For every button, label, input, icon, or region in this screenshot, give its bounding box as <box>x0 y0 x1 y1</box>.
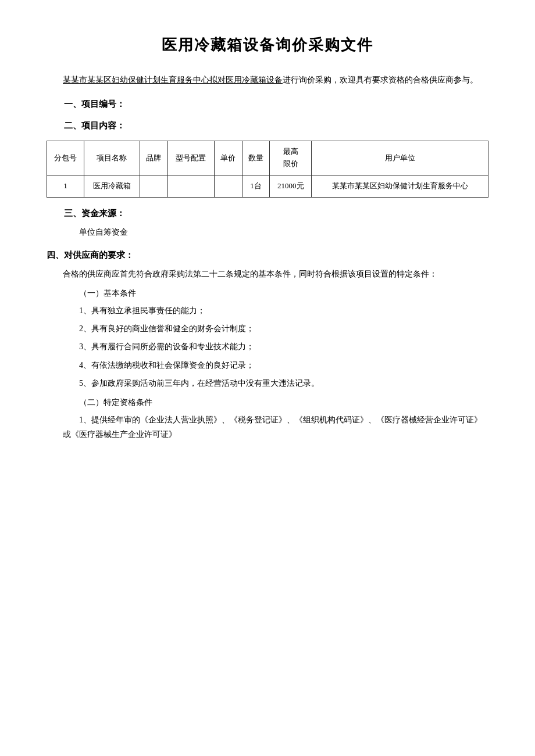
col-model: 型号配置 <box>167 141 214 175</box>
section-two-title: 二、项目内容： <box>64 120 488 131</box>
cell-quantity: 1台 <box>242 175 270 197</box>
basic-item-4: 4、有依法缴纳税收和社会保障资金的良好记录； <box>79 358 488 372</box>
intro-underlined: 某某市某某区妇幼保健计划生育服务中心拟对医用冷藏箱设备 <box>63 76 283 84</box>
table-header-row: 分包号 项目名称 品牌 型号配置 单价 数量 最高限价 用户单位 <box>47 141 488 175</box>
basic-condition-title: （一）基本条件 <box>79 288 488 299</box>
project-table: 分包号 项目名称 品牌 型号配置 单价 数量 最高限价 用户单位 1 医用冷藏箱… <box>47 141 488 197</box>
basic-item-5: 5、参加政府采购活动前三年内，在经营活动中没有重大违法记录。 <box>79 376 488 390</box>
cell-model <box>167 175 214 197</box>
cell-package-no: 1 <box>47 175 84 197</box>
cell-user-unit: 某某市某某区妇幼保健计划生育服务中心 <box>312 175 488 197</box>
cell-project-name: 医用冷藏箱 <box>84 175 140 197</box>
section-one-title: 一、项目编号： <box>64 99 488 110</box>
col-user-unit: 用户单位 <box>312 141 488 175</box>
col-quantity: 数量 <box>242 141 270 175</box>
col-package-no: 分包号 <box>47 141 84 175</box>
basic-item-2: 2、具有良好的商业信誉和健全的财务会计制度； <box>79 321 488 336</box>
col-max-price: 最高限价 <box>270 141 312 175</box>
col-unit-price: 单价 <box>214 141 242 175</box>
page-title: 医用冷藏箱设备询价采购文件 <box>47 35 488 55</box>
table-row: 1 医用冷藏箱 1台 21000元 某某市某某区妇幼保健计划生育服务中心 <box>47 175 488 197</box>
intro-paragraph: 某某市某某区妇幼保健计划生育服务中心拟对医用冷藏箱设备进行询价采购，欢迎具有要求… <box>47 73 488 87</box>
supplier-req-intro: 合格的供应商应首先符合政府采购法第二十二条规定的基本条件，同时符合根据该项目设置… <box>47 267 488 281</box>
basic-item-3: 3、具有履行合同所必需的设备和专业技术能力； <box>79 339 488 354</box>
cell-unit-price <box>214 175 242 197</box>
cell-max-price: 21000元 <box>270 175 312 197</box>
cell-brand <box>140 175 167 197</box>
col-project-name: 项目名称 <box>84 141 140 175</box>
section-four-title: 四、对供应商的要求： <box>47 250 488 261</box>
special-item-1: 1、提供经年审的《企业法人营业执照》、《税务登记证》、《组织机构代码证》、《医疗… <box>63 413 488 442</box>
col-brand: 品牌 <box>140 141 167 175</box>
section-three-title: 三、资金来源： <box>64 208 488 219</box>
fund-source-text: 单位自筹资金 <box>79 225 488 239</box>
special-condition-title: （二）特定资格条件 <box>79 397 488 408</box>
basic-item-1: 1、具有独立承担民事责任的能力； <box>79 303 488 318</box>
